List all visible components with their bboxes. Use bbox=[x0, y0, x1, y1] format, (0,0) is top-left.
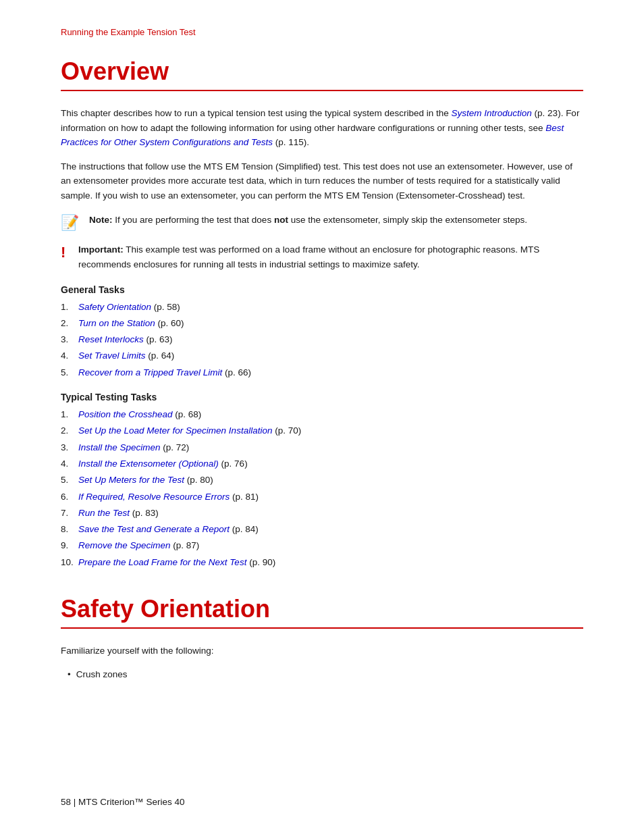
list-item: 5. Recover from a Tripped Travel Limit (… bbox=[61, 365, 583, 381]
typical-tasks-list: 1. Position the Crosshead (p. 68) 2. Set… bbox=[61, 407, 583, 571]
list-item: 2. Turn on the Station (p. 60) bbox=[61, 315, 583, 332]
safety-title: Safety Orientation bbox=[61, 595, 583, 623]
list-item: 5. Set Up Meters for the Test (p. 80) bbox=[61, 472, 583, 488]
safety-section: Safety Orientation Familiarize yourself … bbox=[61, 595, 583, 683]
typical-tasks-heading: Typical Testing Tasks bbox=[61, 392, 583, 402]
overview-divider bbox=[61, 90, 583, 91]
overview-body2: The instructions that follow use the MTS… bbox=[61, 159, 583, 203]
install-specimen-link[interactable]: Install the Specimen bbox=[78, 442, 161, 452]
resolve-errors-link[interactable]: If Required, Resolve Resource Errors bbox=[78, 492, 230, 502]
important-icon: ! bbox=[61, 242, 72, 263]
run-test-link[interactable]: Run the Test bbox=[78, 508, 130, 518]
position-crosshead-link[interactable]: Position the Crosshead bbox=[78, 409, 173, 419]
prepare-load-frame-link[interactable]: Prepare the Load Frame for the Next Test bbox=[78, 557, 246, 567]
list-item: 10. Prepare the Load Frame for the Next … bbox=[61, 554, 583, 571]
safety-bullets: Crush zones bbox=[61, 667, 583, 683]
important-box: ! Important: This example test was perfo… bbox=[61, 242, 583, 271]
setup-meters-link[interactable]: Set Up Meters for the Test bbox=[78, 475, 184, 485]
overview-title: Overview bbox=[61, 57, 583, 86]
load-meter-installation-link[interactable]: Set Up the Load Meter for Specimen Insta… bbox=[78, 425, 272, 436]
list-item: 6. If Required, Resolve Resource Errors … bbox=[61, 489, 583, 505]
important-text: Important: This example test was perform… bbox=[78, 242, 583, 271]
list-item: Crush zones bbox=[68, 667, 583, 683]
note-icon: 📝 bbox=[61, 213, 82, 234]
note-text: Note: If you are performing the test tha… bbox=[89, 213, 527, 228]
list-item: 4. Set Travel Limits (p. 64) bbox=[61, 348, 583, 364]
list-item: 3. Install the Specimen (p. 72) bbox=[61, 440, 583, 456]
turn-on-station-link[interactable]: Turn on the Station bbox=[78, 318, 155, 328]
general-tasks-list: 1. Safety Orientation (p. 58) 2. Turn on… bbox=[61, 299, 583, 381]
breadcrumb: Running the Example Tension Test bbox=[61, 27, 583, 37]
recover-tripped-link[interactable]: Recover from a Tripped Travel Limit bbox=[78, 367, 222, 377]
note-bold-not: not bbox=[274, 215, 288, 225]
system-intro-link[interactable]: System Introduction bbox=[452, 108, 532, 118]
list-item: 9. Remove the Specimen (p. 87) bbox=[61, 538, 583, 554]
install-extensometer-link[interactable]: Install the Extensometer (Optional) bbox=[78, 459, 219, 469]
page-footer: 58 | MTS Criterion™ Series 40 bbox=[61, 777, 583, 807]
list-item: 3. Reset Interlocks (p. 63) bbox=[61, 332, 583, 348]
list-item: 2. Set Up the Load Meter for Specimen In… bbox=[61, 423, 583, 439]
list-item: 8. Save the Test and Generate a Report (… bbox=[61, 521, 583, 538]
safety-divider bbox=[61, 627, 583, 629]
safety-orientation-link[interactable]: Safety Orientation bbox=[78, 302, 151, 312]
general-tasks-heading: General Tasks bbox=[61, 284, 583, 295]
note-box: 📝 Note: If you are performing the test t… bbox=[61, 213, 583, 234]
list-item: 1. Position the Crosshead (p. 68) bbox=[61, 407, 583, 423]
list-item: 7. Run the Test (p. 83) bbox=[61, 505, 583, 521]
list-item: 1. Safety Orientation (p. 58) bbox=[61, 299, 583, 315]
reset-interlocks-link[interactable]: Reset Interlocks bbox=[78, 334, 144, 344]
overview-section: Overview This chapter describes how to r… bbox=[61, 57, 583, 581]
page: Running the Example Tension Test Overvie… bbox=[0, 0, 644, 834]
list-item: 4. Install the Extensometer (Optional) (… bbox=[61, 456, 583, 472]
save-generate-link[interactable]: Save the Test and Generate a Report bbox=[78, 524, 230, 534]
overview-body1: This chapter describes how to run a typi… bbox=[61, 106, 583, 150]
set-travel-limits-link[interactable]: Set Travel Limits bbox=[78, 350, 146, 361]
safety-body: Familiarize yourself with the following: bbox=[61, 644, 583, 658]
remove-specimen-link[interactable]: Remove the Specimen bbox=[78, 540, 171, 550]
